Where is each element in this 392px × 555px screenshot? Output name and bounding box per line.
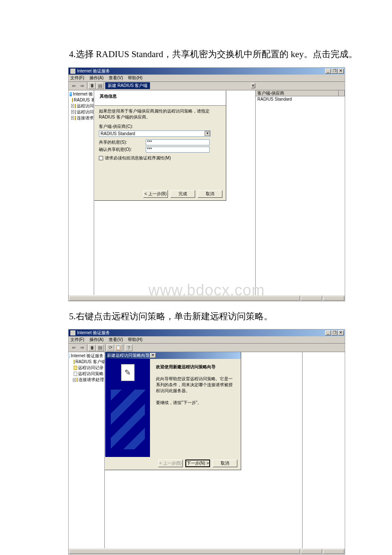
tree-pane-2: Internet 验证服务 RADIUS 客户端 远程访问记录 远程访问策略 +… [69,352,105,548]
screenshot-1: Internet 验证服务 _ ❐ ✕ 文件(F) 操作(A) 查看(V) 帮助… [68,67,345,301]
app-title-2: Internet 验证服务 [77,330,110,336]
menu-action-2[interactable]: 操作(A) [89,337,104,343]
right-list-pane: 客户端-供应商 RADIUS Standard [255,90,345,295]
chevron-down-icon[interactable]: ▾ [205,131,210,136]
wizard2-continue: 要继续，请按"下一步"。 [156,400,235,406]
up-button-2[interactable]: 🡅 [88,344,96,351]
cancel-button[interactable]: 取消 [198,190,222,198]
menu-help-2[interactable]: 帮助(H) [128,337,142,343]
right-blank-pane [302,352,345,548]
tree2-policy[interactable]: 远程访问策略 [69,371,104,377]
list-row-radius[interactable]: RADIUS Standard [256,96,345,102]
menu-view-2[interactable]: 查看(V) [109,337,123,343]
tree2-root[interactable]: Internet 验证服务 [69,353,104,359]
vendor-combo[interactable]: RADIUS Standard ▾ [99,130,210,137]
wizard-stripes [111,390,145,449]
confirm-input[interactable]: *** [146,147,210,153]
content-area-2: 新建远程访问策略向导 ✕ ✎ 欢迎使用新建远程访问策略向导 此向导帮助您设置远程… [105,352,302,548]
minimize-button-2[interactable]: _ [325,330,331,335]
app-title: Internet 验证服务 [77,68,110,74]
maximize-button[interactable]: ❐ [331,69,337,74]
app-icon-2 [70,330,75,335]
wizard-sidebar: ✎ [105,359,150,457]
wizard-dialog-1: 其他信息 如果您使用基于客户端供应商属性的远程访问策略，请指定 RADIUS 客… [94,90,226,201]
confirm-label: 确认共享机密(O): [99,147,146,153]
back-wizard-button[interactable]: < 上一步(B) [143,190,168,198]
wizard-dialog-2: 新建远程访问策略向导 ✕ ✎ 欢迎使用新建远程访问策略向导 此向导帮助您设置远程… [105,352,241,470]
checkbox-icon [99,156,103,160]
wizard-heading: 其他信息 [100,93,222,99]
wizard-desc: 如果您使用基于客户端供应商属性的远程访问策略，请指定 RADIUS 客户端的供应… [99,108,222,120]
back-button[interactable]: ⇐ [70,82,78,89]
tree-conn[interactable]: +连接请求 [69,115,93,121]
app-icon [70,69,75,74]
column-header-vendor[interactable]: 客户端-供应商 [256,90,339,96]
wizard2-close-button[interactable]: ✕ [150,353,156,358]
auth-attr-checkbox[interactable]: 请求必须包括消息验证程序属性(M) [99,155,222,161]
checkbox-label: 请求必须包括消息验证程序属性(M) [105,155,171,161]
menubar-2: 文件(F) 操作(A) 查看(V) 帮助(H) [69,336,345,344]
tree2-log[interactable]: 远程访问记录 [69,365,104,371]
secret-input[interactable]: *** [146,139,210,145]
secret-label: 共享的机密(S): [99,139,146,145]
forward-button-2[interactable]: ⇒ [78,344,86,351]
back-button-2[interactable]: ⇐ [70,344,78,351]
app-titlebar: Internet 验证服务 _ ❐ ✕ [69,68,345,75]
wizard2-titlebar: 新建远程访问策略向导 ✕ [105,352,241,359]
toolbar: ⇐ ⇒ 🡅 ▤ 新建 RADIUS 客户端 [69,82,345,90]
wizard2-desc: 此向导帮助您设置远程访问策略。它是一系列的条件，用来决定哪个连接请求被授权访问此… [156,376,235,394]
menu-file-2[interactable]: 文件(F) [70,337,84,343]
forward-button[interactable]: ⇒ [78,82,86,89]
dialog-close-button[interactable]: ✕ [251,83,255,88]
menu-file[interactable]: 文件(F) [70,75,84,81]
vendor-label: 客户端-供应商(C): [99,124,222,130]
minimize-button[interactable]: _ [325,69,331,74]
content-area: 其他信息 如果您使用基于客户端供应商属性的远程访问策略，请指定 RADIUS 客… [94,90,255,295]
help-button[interactable]: ? [125,344,133,351]
tree2-conn[interactable]: +连接请求处理 [69,377,104,383]
refresh-button[interactable]: ⟳ [107,344,114,351]
vendor-value: RADIUS Standard [101,131,135,136]
maximize-button-2[interactable]: ❐ [331,330,337,335]
tree-radius[interactable]: RADIUS 客 [69,97,93,103]
screenshot-2: Internet 验证服务 _ ❐ ✕ 文件(F) 操作(A) 查看(V) 帮助… [68,329,345,555]
tree-remote1[interactable]: +远程访问 [69,103,93,109]
statusbar [69,295,345,301]
step-5-text: 5.右键点击远程访问策略，单击新建远程访问策略。 [51,309,358,324]
list-button-2[interactable]: ▤ [96,344,104,351]
wizard2-welcome: 欢迎使用新建远程访问策略向导 [156,364,235,370]
wizard2-next-button[interactable]: 下一步(N) > [185,460,210,467]
finish-button[interactable]: 完成 [170,190,195,198]
menu-help[interactable]: 帮助(H) [128,75,142,81]
export-button[interactable]: 📋 [115,344,122,351]
wizard2-cancel-button[interactable]: 取消 [213,460,237,467]
app-titlebar-2: Internet 验证服务 _ ❐ ✕ [69,330,345,336]
step-4-text: 4.选择 RADIUS Standard，共享机密为交换机中所配置的 key。点… [51,47,358,62]
menu-view[interactable]: 查看(V) [109,75,123,81]
wizard-title-inline: 新建 RADIUS 客户端 [105,82,150,89]
menu-action[interactable]: 操作(A) [89,75,104,81]
statusbar-2 [69,548,345,554]
menubar: 文件(F) 操作(A) 查看(V) 帮助(H) [69,75,345,82]
wizard-icon: ✎ [121,364,135,381]
wizard2-back-button: < 上一步(B) [158,460,183,467]
tree2-radius[interactable]: RADIUS 客户端 [69,359,104,365]
tree-root[interactable]: Internet 验 [69,91,93,97]
up-button[interactable]: 🡅 [88,82,96,89]
close-button-2[interactable]: ✕ [338,330,344,335]
close-button[interactable]: ✕ [338,69,344,74]
list-button[interactable]: ▤ [96,82,104,89]
tree-pane: Internet 验 RADIUS 客 +远程访问 +远程访问 +连接请求 [69,90,94,295]
tree-remote2[interactable]: +远程访问 [69,109,93,115]
toolbar-2: ⇐ ⇒ 🡅 ▤ ⟳ 📋 ? [69,344,345,352]
